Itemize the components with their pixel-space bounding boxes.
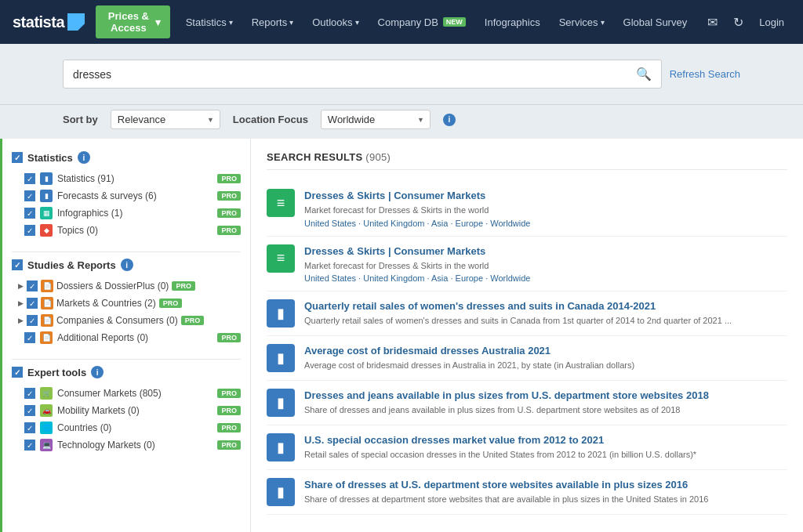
results-header: SEARCH RESULTS (905) (267, 151, 787, 170)
sort-select[interactable]: Relevance (111, 110, 220, 129)
pro-badge: PRO (217, 174, 241, 183)
sidebar-tech-item[interactable]: ✓ 💻 Technology Markets (0) PRO (12, 436, 241, 454)
logo-icon (67, 13, 85, 31)
main-layout: ✓ Statistics i ✓ ▮ Statistics (91) PRO ✓… (0, 139, 803, 532)
result-icon: ▮ (267, 478, 295, 506)
nav-infographics[interactable]: Infographics (477, 12, 548, 33)
pro-badge-3: PRO (217, 208, 241, 218)
results-area: SEARCH RESULTS (905) ≡ Dresses & Skirts … (251, 139, 803, 532)
result-title[interactable]: Dresses & Skirts | Consumer Markets (304, 189, 787, 203)
result-icon: ▮ (267, 299, 295, 328)
sort-select-wrap: Relevance (111, 110, 220, 129)
search-box: 🔍 (63, 60, 662, 89)
result-content: Quarterly retail sales of women's dresse… (304, 299, 787, 328)
search-icon: 🔍 (636, 67, 652, 81)
forecasts-icon: ▮ (40, 190, 53, 202)
result-title[interactable]: U.S. special occasion dresses market val… (304, 433, 787, 447)
topics-checkbox[interactable]: ✓ (24, 225, 35, 236)
nav-companydb[interactable]: Company DB NEW (370, 12, 474, 33)
sidebar-statistics-section: ✓ Statistics i ✓ ▮ Statistics (91) PRO ✓… (12, 151, 241, 239)
mobility-checkbox[interactable]: ✓ (24, 405, 35, 416)
tech-checkbox[interactable]: ✓ (24, 440, 35, 451)
result-icon: ≡ (267, 244, 295, 273)
sidebar-companies-item[interactable]: ▶ ✓ 📄 Companies & Consumers (0) PRO (12, 312, 241, 329)
results-count: (905) (365, 151, 391, 163)
sidebar-mobility-item[interactable]: ✓ 🚗 Mobility Markets (0) PRO (12, 402, 241, 419)
new-badge: NEW (443, 17, 466, 27)
logo-text: statista (13, 13, 64, 31)
location-label: Location Focus (233, 114, 308, 125)
nav-statistics[interactable]: Statistics (178, 12, 241, 33)
sidebar-studies-section: ✓ Studies & Reports i ▶ ✓ 📄 Dossiers & D… (12, 259, 241, 346)
divider-2 (12, 359, 241, 360)
companies-icon: 📄 (41, 314, 53, 327)
pro-badge-6: PRO (159, 299, 183, 308)
nav-outlooks[interactable]: Outlooks (304, 12, 366, 33)
statistics-icon: ▮ (40, 172, 53, 185)
markets-checkbox[interactable]: ✓ (27, 298, 38, 309)
statistics-checkbox[interactable]: ✓ (12, 152, 23, 163)
result-desc: Retail sales of special occasion dresses… (304, 449, 787, 461)
result-content: U.S. special occasion dresses market val… (304, 433, 787, 461)
studies-info-icon[interactable]: i (121, 259, 133, 271)
sidebar-countries-item[interactable]: ✓ 🌐 Countries (0) PRO (12, 419, 241, 436)
result-tags: United States · United Kingdom · Asia · … (304, 219, 787, 228)
countries-icon: 🌐 (40, 422, 53, 434)
chevron-icon-3: ▶ (18, 317, 24, 324)
refresh-icon[interactable]: ↻ (727, 10, 750, 34)
sidebar-forecasts-item[interactable]: ✓ ▮ Forecasts & surveys (6) PRO (12, 187, 241, 204)
nav-reports[interactable]: Reports (244, 12, 302, 33)
result-icon: ▮ (267, 344, 295, 372)
countries-checkbox[interactable]: ✓ (24, 422, 35, 433)
logo[interactable]: statista (13, 13, 85, 31)
prices-access-button[interactable]: Prices & Access ▾ (96, 5, 170, 38)
mail-icon[interactable]: ✉ (701, 10, 724, 34)
expert-info-icon[interactable]: i (91, 366, 104, 378)
result-item: ▮ Share of dresses at U.S. department st… (267, 470, 787, 515)
sidebar-topics-item[interactable]: ✓ ◆ Topics (0) PRO (12, 222, 241, 239)
result-title[interactable]: Dresses & Skirts | Consumer Markets (304, 244, 787, 259)
location-info-icon[interactable]: i (443, 114, 456, 126)
statistics-info-icon[interactable]: i (78, 151, 90, 164)
sidebar-infographics-item[interactable]: ✓ ▦ Infographics (1) PRO (12, 204, 241, 222)
result-title[interactable]: Dresses and jeans available in plus size… (304, 389, 787, 403)
chevron-down-icon: ▾ (155, 16, 161, 28)
result-desc: Market forecast for Dresses & Skirts in … (304, 204, 787, 216)
nav-globalsurvey[interactable]: Global Survey (616, 12, 696, 33)
results-list: ≡ Dresses & Skirts | Consumer Markets Ma… (267, 181, 787, 515)
companies-checkbox[interactable]: ✓ (27, 315, 38, 326)
sidebar-dossiers-item[interactable]: ▶ ✓ 📄 Dossiers & DossierPlus (0) PRO (12, 277, 241, 295)
location-select[interactable]: Worldwide (321, 110, 431, 129)
navbar: statista Prices & Access ▾ Statistics Re… (0, 0, 803, 44)
refresh-search-button[interactable]: Refresh Search (670, 68, 740, 80)
sidebar-markets-item[interactable]: ▶ ✓ 📄 Markets & Countries (2) PRO (12, 295, 241, 312)
statistics-item-checkbox[interactable]: ✓ (24, 173, 35, 184)
pro-badge-12: PRO (217, 440, 241, 450)
dossiers-icon: 📄 (41, 280, 53, 292)
sidebar-additional-item[interactable]: ✓ 📄 Additional Reports (0) PRO (12, 329, 241, 346)
result-content: Dresses & Skirts | Consumer Markets Mark… (304, 244, 787, 284)
dossiers-checkbox[interactable]: ✓ (27, 280, 38, 291)
result-item: ▮ Dresses and jeans available in plus si… (267, 381, 787, 425)
chevron-icon: ▶ (18, 282, 24, 290)
search-input[interactable] (73, 68, 630, 81)
login-button[interactable]: Login (753, 12, 790, 33)
result-icon: ▮ (267, 389, 295, 417)
forecasts-checkbox[interactable]: ✓ (24, 190, 35, 201)
additional-checkbox[interactable]: ✓ (24, 332, 35, 343)
pro-badge-10: PRO (217, 406, 241, 415)
consumer-checkbox[interactable]: ✓ (24, 388, 35, 399)
sidebar-statistics-header: ✓ Statistics i (12, 151, 241, 164)
result-title[interactable]: Quarterly retail sales of women's dresse… (304, 299, 787, 313)
sidebar-statistics-item[interactable]: ✓ ▮ Statistics (91) PRO (12, 170, 241, 187)
search-area: 🔍 Refresh Search (0, 44, 803, 105)
result-desc: Market forecast for Dresses & Skirts in … (304, 260, 787, 272)
sidebar-consumer-item[interactable]: ✓ 🛒 Consumer Markets (805) PRO (12, 385, 241, 402)
result-title[interactable]: Average cost of bridesmaid dresses Austr… (304, 344, 787, 358)
infographics-checkbox[interactable]: ✓ (24, 208, 35, 219)
studies-checkbox[interactable]: ✓ (12, 259, 23, 270)
nav-services[interactable]: Services (551, 12, 612, 33)
result-title[interactable]: Share of dresses at U.S. department stor… (304, 478, 787, 492)
expert-checkbox[interactable]: ✓ (12, 367, 23, 378)
pro-badge-11: PRO (217, 423, 241, 432)
